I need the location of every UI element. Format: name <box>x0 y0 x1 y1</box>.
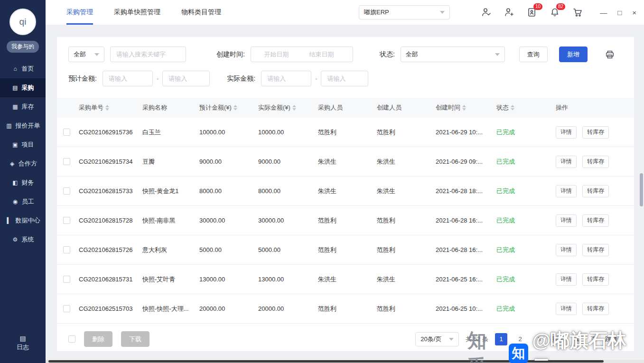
start-date-input[interactable] <box>254 50 299 58</box>
select-all-checkbox[interactable] <box>68 335 75 343</box>
sidebar-item-logs[interactable]: ▤ 日志 <box>17 335 29 352</box>
goto-button[interactable]: 跳转 <box>600 333 623 346</box>
transfer-to-inventory-button[interactable]: 转库存 <box>582 156 609 168</box>
goto-page-input[interactable] <box>570 335 585 343</box>
sidebar-item-data-center[interactable]: ▍数据中心 <box>0 211 46 230</box>
goto-suffix: 页 <box>591 335 597 344</box>
keyword-search-input[interactable] <box>115 50 181 58</box>
col-order-no[interactable]: 采购单号 <box>79 103 142 112</box>
topbar: 采购管理 采购单快照管理 物料类目管理 嘟旗ERP 10 82 — □ × <box>46 0 644 25</box>
sidebar-item-employee[interactable]: ◉员工 <box>0 192 46 211</box>
user-add-icon[interactable] <box>504 7 514 18</box>
vertical-scrollbar[interactable] <box>640 173 643 206</box>
transfer-to-inventory-button[interactable]: 转库存 <box>582 126 609 139</box>
maximize-button[interactable]: □ <box>617 9 622 17</box>
detail-button[interactable]: 详情 <box>556 273 577 286</box>
created-time-label: 创建时间: <box>216 50 245 59</box>
cell-created: 2021-06-28 16:... <box>436 246 496 253</box>
page-size-select[interactable]: 20条/页 <box>415 332 459 346</box>
transfer-to-inventory-button[interactable]: 转库存 <box>582 244 609 256</box>
estimated-min-input[interactable] <box>108 74 148 83</box>
minimize-button[interactable]: — <box>600 9 607 17</box>
transfer-to-inventory-button[interactable]: 转库存 <box>582 303 609 315</box>
detail-button[interactable]: 详情 <box>556 126 577 139</box>
sidebar-item-project[interactable]: ▣项目 <box>0 135 46 154</box>
avatar[interactable]: qi <box>9 9 36 35</box>
row-checkbox[interactable] <box>63 246 70 253</box>
page-button-2[interactable]: 2 <box>514 333 526 345</box>
delete-button[interactable]: 删除 <box>84 331 112 347</box>
transfer-to-inventory-button[interactable]: 转库存 <box>582 273 609 286</box>
goto-page: 到第 页 跳转 <box>552 333 623 346</box>
sidebar-item-home[interactable]: ⌂首页 <box>0 59 46 78</box>
status-select[interactable]: 全部 <box>401 47 505 62</box>
table-row: CG2021062515703 快照-快照-大理... 20000.00 200… <box>57 294 634 324</box>
sidebar-item-inventory[interactable]: ▦库存 <box>0 97 46 116</box>
participate-badge[interactable]: 我参与的 <box>7 41 39 53</box>
inventory-icon: ▦ <box>12 103 19 110</box>
sort-icon[interactable] <box>105 105 109 111</box>
status-label: 状态: <box>380 50 395 59</box>
tab-snapshot-management[interactable]: 采购单快照管理 <box>114 0 160 25</box>
page-button-3[interactable]: 3 <box>533 333 545 345</box>
filter-panel: 全部 创建时间: 状态: 全部 查询 新增 预计金额: <box>57 37 634 86</box>
bell-icon[interactable]: 82 <box>550 7 560 18</box>
tab-procurement-management[interactable]: 采购管理 <box>66 0 93 25</box>
row-checkbox[interactable] <box>63 276 70 283</box>
cart-icon[interactable] <box>572 7 583 18</box>
row-checkbox[interactable] <box>63 129 70 136</box>
status-select-value: 全部 <box>406 50 418 59</box>
sort-icon[interactable] <box>511 105 514 111</box>
sidebar: qi 我参与的 ⌂首页 ▤采购 ▦库存 ▥报价开单 ▣项目 ◈合作方 ◧财务 ◉… <box>0 0 46 363</box>
actual-max-input[interactable] <box>326 74 363 83</box>
category-select[interactable]: 全部 <box>68 47 104 62</box>
contact-book-icon[interactable]: 10 <box>527 7 537 18</box>
row-checkbox[interactable] <box>63 305 70 312</box>
query-button[interactable]: 查询 <box>519 47 548 62</box>
sort-icon[interactable] <box>292 105 296 111</box>
date-range-picker[interactable] <box>251 47 353 62</box>
sidebar-item-finance[interactable]: ◧财务 <box>0 173 46 192</box>
col-actual[interactable]: 实际金额(¥) <box>258 103 318 112</box>
add-button[interactable]: 新增 <box>559 47 588 62</box>
printer-icon[interactable] <box>605 49 615 60</box>
user-check-icon[interactable] <box>481 7 492 18</box>
detail-button[interactable]: 详情 <box>556 214 577 227</box>
detail-button[interactable]: 详情 <box>556 303 577 315</box>
col-status[interactable]: 状态 <box>496 103 556 112</box>
filter-row-1: 全部 创建时间: 状态: 全部 查询 新增 <box>68 47 623 62</box>
cell-order-no: CG2021062815726 <box>79 246 142 253</box>
keyword-search-wrap <box>110 47 186 62</box>
end-date-input[interactable] <box>299 50 344 58</box>
cell-actual: 13000.00 <box>258 276 318 283</box>
sort-icon[interactable] <box>462 105 466 111</box>
sidebar-item-quotation[interactable]: ▥报价开单 <box>0 116 46 135</box>
horizontal-scrollbar-thumb[interactable] <box>48 360 604 363</box>
partner-icon: ◈ <box>9 160 16 167</box>
sort-icon[interactable] <box>233 105 237 111</box>
workspace-select[interactable]: 嘟旗ERP <box>359 5 450 19</box>
close-button[interactable]: × <box>632 9 636 17</box>
transfer-to-inventory-button[interactable]: 转库存 <box>582 214 609 227</box>
tab-material-category-management[interactable]: 物料类目管理 <box>181 0 221 25</box>
row-checkbox[interactable] <box>63 217 70 224</box>
col-created[interactable]: 创建时间 <box>436 103 496 112</box>
col-estimated[interactable]: 预计金额(¥) <box>199 103 258 112</box>
cell-name: 豆瓣 <box>142 158 199 166</box>
actual-min-input[interactable] <box>266 74 306 83</box>
cell-buyer: 朱洪生 <box>318 187 377 195</box>
status-badge: 已完成 <box>496 187 556 195</box>
sidebar-item-procurement[interactable]: ▤采购 <box>0 78 46 97</box>
download-button[interactable]: 下载 <box>121 331 149 347</box>
row-checkbox[interactable] <box>63 158 70 165</box>
detail-button[interactable]: 详情 <box>556 244 577 256</box>
detail-button[interactable]: 详情 <box>556 156 577 168</box>
sidebar-item-system[interactable]: ⚙系统 <box>0 230 46 249</box>
detail-button[interactable]: 详情 <box>556 185 577 197</box>
row-checkbox[interactable] <box>63 187 70 195</box>
sidebar-item-label: 采购 <box>22 84 34 92</box>
page-button-1[interactable]: 1 <box>495 333 507 345</box>
sidebar-item-partner[interactable]: ◈合作方 <box>0 154 46 173</box>
transfer-to-inventory-button[interactable]: 转库存 <box>582 185 609 197</box>
estimated-max-input[interactable] <box>168 74 205 83</box>
